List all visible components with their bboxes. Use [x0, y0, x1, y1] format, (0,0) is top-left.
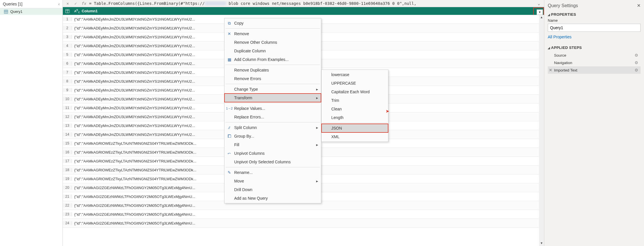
step-navigation[interactable]: Navigation ⚙ [548, 59, 641, 66]
menu-drill[interactable]: Drill Down [224, 185, 321, 194]
menu-split[interactable]: ⫽Split Column▸ [224, 123, 321, 132]
table-row[interactable]: 24{"id":"AAMkAGI2ZGEzNWMzLTFhOGItNGY2Mi0… [63, 219, 544, 228]
table-corner-icon[interactable] [63, 9, 72, 13]
menu-transform[interactable]: Transform▸ [224, 94, 321, 102]
submenu-clean[interactable]: Clean [322, 105, 388, 113]
submenu-length[interactable]: Length [322, 113, 388, 122]
table-icon [65, 9, 69, 13]
row-number: 1 [63, 17, 72, 21]
expand-formula-icon[interactable]: ⌄ [536, 1, 542, 6]
menu-separator [226, 167, 320, 167]
row-number: 20 [63, 186, 72, 190]
formula-redacted: xxxxxxxx [205, 1, 226, 6]
properties-section[interactable]: PROPERTIES [548, 12, 641, 17]
row-number: 22 [63, 203, 72, 207]
cell-value[interactable]: {"id":"AAMkAGI2ZGEzNWMzLTFhOGItNGY2Mi05O… [72, 203, 544, 208]
fx-icon[interactable]: fx [81, 1, 86, 6]
menu-remove-err[interactable]: Remove Errors [224, 74, 321, 83]
row-number: 23 [63, 212, 72, 216]
row-number: 17 [63, 159, 72, 163]
row-number: 4 [63, 44, 72, 48]
main-area: ✕ ✓ fx = Table.FromColumns({Lines.FromBi… [63, 0, 544, 246]
gear-icon[interactable]: ⚙ [635, 68, 638, 72]
submenu-uppercase[interactable]: UPPERCASE [322, 79, 388, 88]
menu-separator [323, 123, 387, 123]
row-number: 14 [63, 132, 72, 136]
menu-add-query[interactable]: Add as New Query [224, 194, 321, 203]
menu-replace-errors[interactable]: Replace Errors... [224, 113, 321, 121]
vertical-scrollbar[interactable]: ▴ ▾ [539, 15, 544, 246]
query-item-label: Query1 [10, 9, 23, 14]
submenu-trim[interactable]: Trim [322, 96, 388, 105]
step-source[interactable]: Source ⚙ [548, 51, 641, 59]
chevron-right-icon: ▸ [316, 179, 318, 183]
gear-icon[interactable]: ⚙ [635, 60, 638, 65]
column-filter-dropdown[interactable]: ▼ [537, 9, 543, 15]
example-icon: ▦ [227, 57, 232, 62]
unpivot-icon: ⤺ [227, 151, 232, 156]
row-number: 24 [63, 221, 72, 225]
row-number: 2 [63, 26, 72, 30]
table-row[interactable]: 23{"id":"AAMkAGI2ZGEzNWMzLTFhOGItNGY2Mi0… [63, 210, 544, 219]
row-number: 10 [63, 97, 72, 101]
accept-formula-icon[interactable]: ✓ [73, 1, 78, 6]
transform-submenu: lowercase UPPERCASE Capitalize Each Word… [321, 70, 388, 142]
cell-value[interactable]: {"id":"AAMkAGI2ZGEzNWMzLTFhOGItNGY2Mi05O… [72, 221, 544, 225]
chevron-right-icon: ▸ [316, 125, 318, 130]
scroll-up-icon[interactable]: ▴ [539, 15, 544, 20]
submenu-json[interactable]: JSON [322, 124, 388, 132]
cancel-formula-icon[interactable]: ✕ [65, 1, 70, 6]
menu-separator [226, 103, 320, 103]
submenu-lowercase[interactable]: lowercase [322, 70, 388, 79]
query-item-query1[interactable]: Query1 [0, 8, 63, 15]
menu-rename[interactable]: ✎Rename... [224, 168, 321, 177]
menu-replace-values[interactable]: 1→2Replace Values... [224, 104, 321, 113]
submenu-xml[interactable]: XML [322, 132, 388, 141]
menu-separator [226, 122, 320, 122]
row-number: 21 [63, 195, 72, 199]
gear-icon[interactable]: ⚙ [635, 53, 638, 57]
close-settings-icon[interactable]: ✕ [637, 3, 641, 8]
replace-icon: 1→2 [227, 106, 232, 111]
menu-unpivot[interactable]: ⤺Unpivot Columns [224, 149, 321, 158]
menu-remove-dup[interactable]: Remove Duplicates [224, 66, 321, 74]
row-number: 12 [63, 115, 72, 119]
menu-remove-other[interactable]: Remove Other Columns [224, 38, 321, 47]
query-name-input[interactable] [548, 24, 641, 32]
step-imported-text[interactable]: ✕ Imported Text ⚙ [548, 66, 641, 74]
menu-change-type[interactable]: Change Type▸ [224, 85, 321, 94]
queries-header: Queries [1] ‹ [0, 0, 63, 8]
formula-bar: ✕ ✓ fx = Table.FromColumns({Lines.FromBi… [63, 0, 544, 7]
menu-fill[interactable]: Fill▸ [224, 140, 321, 149]
type-text-icon: ABC [74, 9, 80, 14]
menu-move[interactable]: Move▸ [224, 177, 321, 185]
menu-group[interactable]: ⧠Group By... [224, 132, 321, 140]
row-number: 7 [63, 70, 72, 74]
menu-remove[interactable]: ✕Remove [224, 29, 321, 38]
settings-title: Query Settings [548, 3, 578, 8]
query-settings-pane: Query Settings ✕ PROPERTIES Name All Pro… [544, 0, 644, 246]
menu-copy[interactable]: ⧉Copy [224, 19, 321, 27]
menu-separator [226, 28, 320, 29]
formula-prefix: = Table.FromColumns({Lines.FromBinary(#"… [89, 1, 205, 6]
table-icon [4, 10, 8, 14]
chevron-right-icon: ▸ [316, 87, 318, 92]
row-number: 5 [63, 53, 72, 57]
menu-duplicate[interactable]: Duplicate Column [224, 47, 321, 55]
column-header-column1[interactable]: ABC Column1 ▼ [72, 9, 544, 14]
cell-value[interactable]: {"id":"AAMkAGI2ZGEzNWMzLTFhOGItNGY2Mi05O… [72, 212, 544, 217]
copy-icon: ⧉ [227, 21, 232, 26]
applied-steps-section[interactable]: APPLIED STEPS [548, 45, 641, 50]
menu-add-example[interactable]: ▦Add Column From Examples... [224, 55, 321, 64]
delete-step-icon[interactable]: ✕ [549, 68, 552, 72]
rename-icon: ✎ [227, 170, 232, 175]
formula-suffix: blob core windows net/messages_b0e918bf-… [226, 1, 416, 6]
menu-unpivot-selected[interactable]: Unpivot Only Selected Columns [224, 158, 321, 166]
queries-pane: Queries [1] ‹ Query1 [0, 0, 63, 246]
submenu-capitalize[interactable]: Capitalize Each Word [322, 88, 388, 96]
collapse-queries-icon[interactable]: ‹ [58, 2, 60, 6]
formula-text[interactable]: = Table.FromColumns({Lines.FromBinary(#"… [89, 1, 533, 6]
all-properties-link[interactable]: All Properties [548, 35, 571, 39]
scroll-down-icon[interactable]: ▾ [539, 241, 544, 246]
row-number: 8 [63, 79, 72, 83]
